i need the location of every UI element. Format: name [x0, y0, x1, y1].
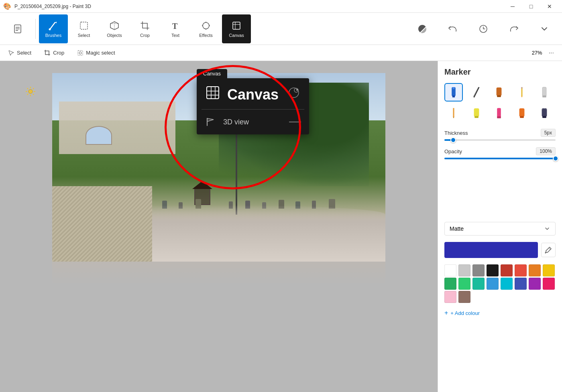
select-button[interactable]: Select	[5, 48, 35, 58]
crop-sec-icon	[44, 50, 51, 56]
color-palette	[444, 264, 556, 303]
selection-tool[interactable]: Select	[69, 14, 98, 43]
svg-point-34	[296, 89, 298, 91]
color-light-pink[interactable]	[444, 291, 456, 303]
undo-button[interactable]	[438, 14, 467, 43]
magic-select-button[interactable]: Magic select	[74, 48, 118, 58]
color-indigo[interactable]	[515, 278, 527, 290]
objects-tool[interactable]: Objects	[100, 14, 129, 43]
color-gray[interactable]	[472, 264, 485, 276]
finish-dropdown[interactable]: Matte	[444, 222, 556, 236]
title-bar: 🎨 P_20150604_205209.jpg - Paint 3D ─ □ ✕	[0, 0, 562, 13]
thickness-thumb[interactable]	[450, 137, 456, 143]
finish-label: Matte	[450, 225, 464, 232]
opacity-slider[interactable]	[444, 158, 556, 159]
brush-item-3[interactable]	[490, 83, 508, 102]
svg-rect-48	[520, 116, 524, 118]
svg-point-52	[544, 108, 545, 109]
brushes-tool[interactable]: Brushes	[39, 14, 68, 43]
eyedropper-icon	[544, 246, 552, 254]
color-purple[interactable]	[529, 278, 541, 290]
brush-item-4[interactable]	[513, 83, 531, 102]
brush-item-5[interactable]	[535, 83, 554, 102]
color-red[interactable]	[515, 264, 527, 276]
canvas-area[interactable]: Canvas Canvas	[0, 61, 438, 392]
color-blue[interactable]	[487, 278, 499, 290]
color-cyan[interactable]	[501, 278, 513, 290]
redo-button[interactable]	[499, 14, 528, 43]
canvas-tab[interactable]: Canvas	[197, 69, 227, 78]
thickness-section: Thickness 5px	[444, 129, 556, 141]
color-dark-green[interactable]	[444, 278, 456, 290]
zoom-more-button[interactable]: ···	[546, 48, 557, 58]
canvas-dropdown: Canvas	[197, 78, 309, 134]
thickness-slider[interactable]	[444, 139, 556, 141]
color-brown[interactable]	[458, 291, 470, 303]
canvas-shadow	[52, 262, 385, 286]
close-button[interactable]: ✕	[540, 0, 559, 13]
brush-item-10[interactable]	[535, 104, 554, 122]
brush-item-8[interactable]	[490, 104, 508, 122]
maximize-button[interactable]: □	[522, 0, 540, 13]
file-button[interactable]	[3, 14, 32, 43]
color-teal[interactable]	[472, 278, 485, 290]
color-orange[interactable]	[529, 264, 541, 276]
svg-rect-16	[78, 51, 83, 55]
color-white[interactable]	[444, 264, 456, 276]
brush-item-7[interactable]	[467, 104, 486, 122]
canvas-tool[interactable]: Canvas	[222, 14, 251, 43]
view-dash	[289, 122, 301, 122]
color-black[interactable]	[487, 264, 499, 276]
effects-icon	[200, 20, 212, 31]
svg-rect-43	[474, 108, 479, 117]
crop-sec-button[interactable]: Crop	[41, 48, 67, 58]
color-dark-red[interactable]	[501, 264, 513, 276]
stickers-icon	[417, 23, 428, 35]
color-yellow[interactable]	[543, 264, 555, 276]
crop-tool[interactable]: Crop	[130, 14, 159, 43]
color-swatch-area	[444, 242, 556, 258]
svg-point-18	[29, 89, 33, 93]
canvas-3d-view-item[interactable]: 3D view	[197, 110, 309, 134]
select-icon	[8, 50, 14, 56]
brush-item-2[interactable]	[467, 83, 486, 102]
thickness-label: Thickness	[444, 130, 468, 136]
brush-calligraphy-icon	[470, 86, 483, 99]
opacity-thumb[interactable]	[553, 156, 558, 161]
stickers-tool[interactable]	[408, 14, 437, 43]
main-content: Canvas Canvas	[0, 61, 562, 392]
opacity-section: Opacity 100%	[444, 147, 556, 159]
brush-item-9[interactable]	[513, 104, 531, 122]
opacity-label: Opacity	[444, 148, 462, 154]
text-tool[interactable]: T Text	[161, 14, 190, 43]
svg-line-24	[33, 94, 34, 95]
more-options-button[interactable]	[530, 14, 559, 43]
history-button[interactable]	[469, 14, 498, 43]
color-pink[interactable]	[543, 278, 555, 290]
add-color-plus-icon: +	[444, 309, 448, 317]
effects-tool[interactable]: Effects	[191, 14, 220, 43]
color-light-gray[interactable]	[458, 264, 470, 276]
chevron-down-icon	[539, 23, 550, 35]
zoom-level: 27%	[532, 50, 542, 56]
magic-select-icon	[77, 50, 83, 56]
svg-rect-40	[521, 87, 522, 88]
brush-pink-icon	[493, 107, 505, 120]
svg-rect-50	[543, 116, 547, 118]
color-green[interactable]	[458, 278, 470, 290]
right-panel: Marker	[438, 61, 562, 392]
minimize-button[interactable]: ─	[503, 0, 522, 13]
svg-point-17	[79, 52, 81, 54]
brush-item-6[interactable]	[444, 104, 463, 122]
cobblestones	[52, 186, 152, 262]
window-title: P_20150604_205209.jpg - Paint 3D	[14, 4, 91, 9]
add-color-button[interactable]: + + Add colour	[444, 308, 480, 318]
file-icon	[12, 23, 23, 35]
opacity-fill	[444, 158, 556, 159]
current-color-swatch[interactable]	[444, 242, 538, 258]
canvas-icon-area-left	[205, 85, 221, 104]
svg-rect-41	[543, 87, 547, 96]
brush-item-1[interactable]	[444, 83, 463, 102]
eyedropper-button[interactable]	[541, 243, 556, 257]
brush-grid	[444, 83, 556, 122]
